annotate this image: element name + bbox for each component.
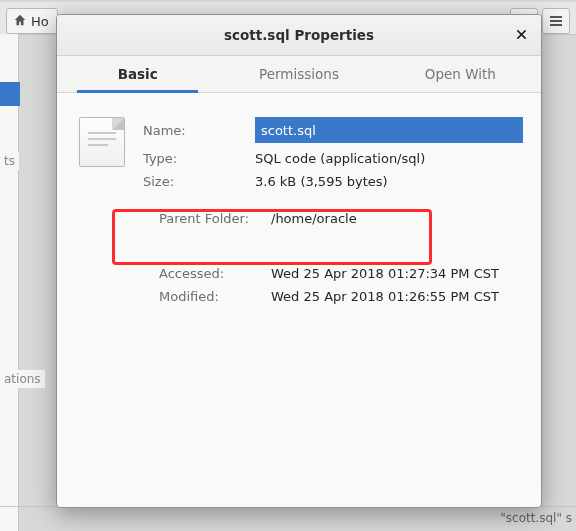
tabs: Basic Permissions Open With xyxy=(57,56,541,93)
label-modified: Modified: xyxy=(159,289,255,304)
value-modified: Wed 25 Apr 2018 01:26:55 PM CST xyxy=(271,289,513,304)
background-sidebar xyxy=(0,34,19,531)
tab-open-with-label: Open With xyxy=(425,66,496,82)
tab-open-with[interactable]: Open With xyxy=(380,56,541,92)
hamburger-button[interactable] xyxy=(542,8,570,34)
close-icon xyxy=(516,28,527,43)
home-button[interactable]: Ho xyxy=(6,8,58,34)
value-size: 3.6 kB (3,595 bytes) xyxy=(255,174,523,189)
tab-permissions-label: Permissions xyxy=(259,66,339,82)
file-icon-cell xyxy=(79,117,127,167)
name-input[interactable] xyxy=(255,117,523,143)
tab-permissions[interactable]: Permissions xyxy=(218,56,379,92)
label-type: Type: xyxy=(143,151,239,166)
background-statusbar: "scott.sql" s xyxy=(500,511,572,525)
dialog-titlebar[interactable]: scott.sql Properties xyxy=(57,15,541,56)
property-group-3: Accessed: Wed 25 Apr 2018 01:27:34 PM CS… xyxy=(79,266,513,304)
value-parent: /home/oracle xyxy=(271,211,513,226)
dialog-title: scott.sql Properties xyxy=(224,27,374,43)
home-label: Ho xyxy=(31,14,49,29)
sidebar-selection xyxy=(0,82,20,106)
label-name: Name: xyxy=(143,123,239,138)
tab-basic[interactable]: Basic xyxy=(57,56,218,92)
close-button[interactable] xyxy=(511,25,531,45)
tab-basic-label: Basic xyxy=(118,66,158,82)
value-accessed: Wed 25 Apr 2018 01:27:34 PM CST xyxy=(271,266,513,281)
property-group-1: Name: Type: SQL code (application/sql) S… xyxy=(79,117,513,189)
file-icon[interactable] xyxy=(79,117,125,167)
label-accessed: Accessed: xyxy=(159,266,255,281)
label-parent: Parent Folder: xyxy=(159,211,255,226)
sidebar-text-fragment-2: ations xyxy=(0,370,45,388)
value-type: SQL code (application/sql) xyxy=(255,151,523,166)
label-size: Size: xyxy=(143,174,239,189)
property-group-2: Parent Folder: /home/oracle xyxy=(79,211,513,226)
properties-dialog: scott.sql Properties Basic Permissions O… xyxy=(56,14,542,508)
home-icon xyxy=(13,13,27,30)
dialog-content: Name: Type: SQL code (application/sql) S… xyxy=(57,93,541,507)
sidebar-text-fragment-1: ts xyxy=(0,152,19,170)
desktop-background: Ho ts ations "scott.sql" s scott.sql Pro… xyxy=(0,0,576,531)
